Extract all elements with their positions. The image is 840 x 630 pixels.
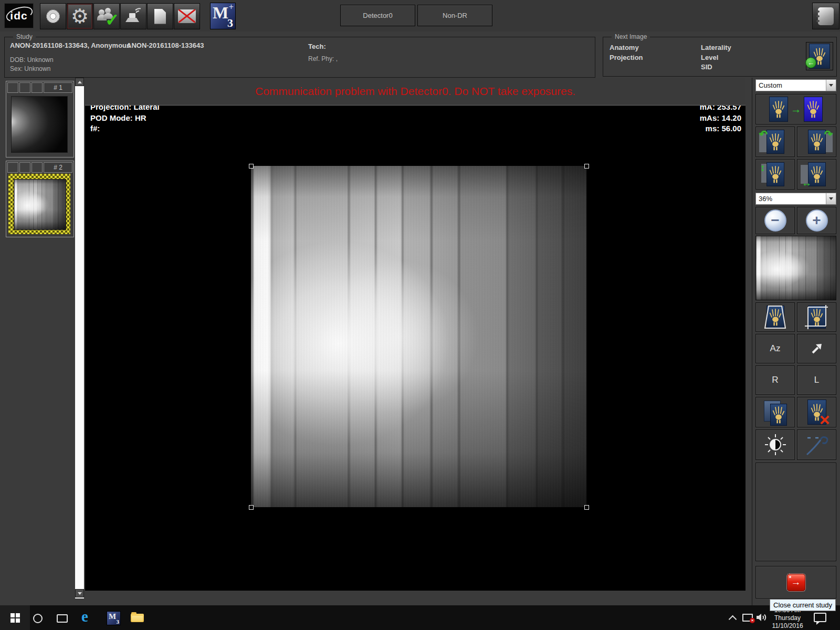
sid-label: SID <box>701 63 712 71</box>
arrow-right-icon: → <box>791 104 801 114</box>
disc-icon <box>45 8 61 24</box>
invert-lut-button[interactable]: → <box>755 94 836 124</box>
m3-plus: + <box>229 3 234 12</box>
resize-handle-tl[interactable] <box>249 164 254 169</box>
volume-icon[interactable] <box>756 612 768 625</box>
marker-r-button[interactable]: R <box>755 365 795 395</box>
m3-taskbar-button[interactable] <box>107 611 121 625</box>
cortana-button[interactable] <box>33 614 43 623</box>
flip-vertical-button[interactable]: ↕ <box>755 159 795 190</box>
scroll-down-button[interactable] <box>75 589 84 597</box>
thumbnail-header-2: # 2 <box>6 161 74 173</box>
idc-logo-text: idc <box>10 9 27 22</box>
action-center-button[interactable] <box>814 613 826 622</box>
next-image-button[interactable] <box>806 42 833 70</box>
patient-name: ANON-20161108-133643, Anonymous <box>10 41 130 49</box>
preset-dropdown[interactable]: Custom <box>755 79 836 91</box>
thumbnail-scrollbar[interactable] <box>75 78 84 598</box>
file-explorer-button[interactable] <box>131 614 144 622</box>
worklist-verify-button[interactable]: ✓ <box>93 3 120 29</box>
close-study-button[interactable]: → <box>787 574 805 591</box>
thumbnail-cell-2[interactable]: # 2 <box>6 161 74 237</box>
previous-arrow-icon <box>805 57 816 68</box>
record-button[interactable] <box>40 3 66 29</box>
document-button[interactable] <box>147 3 173 29</box>
hand-inverted-icon <box>804 97 823 122</box>
thumb-flag-box <box>7 162 18 173</box>
thumbnail-panel: # 1 # 2 <box>4 78 75 598</box>
next-image-groupbox: Next Image Anatomy Projection Laterality… <box>603 37 837 77</box>
minus-icon: − <box>764 209 786 232</box>
ref-phy-label: Ref. Phy: , <box>308 55 338 62</box>
resize-handle-bl[interactable] <box>249 505 254 510</box>
reject-image-button[interactable] <box>174 3 200 29</box>
m3-three: 3 <box>227 16 233 29</box>
overlay-fnum: f#: <box>90 123 160 134</box>
overlay-right: mA: 253.57 mAs: 14.20 ms: 56.00 <box>700 102 741 134</box>
network-icon[interactable] <box>742 614 753 622</box>
laterality-label: Laterality <box>701 44 731 51</box>
hand-xray-icon <box>766 130 784 154</box>
duplicate-image-button[interactable] <box>755 397 795 427</box>
zoom-dropdown[interactable]: 36% <box>755 193 836 205</box>
brightness-contrast-button[interactable] <box>755 429 795 460</box>
close-study-group: → <box>755 566 836 598</box>
zoom-out-button[interactable]: − <box>755 207 795 234</box>
network-error-badge <box>750 618 755 623</box>
duplicate-icon <box>763 400 788 425</box>
resize-handle-br[interactable] <box>584 505 589 510</box>
resize-handle-tr[interactable] <box>584 164 589 169</box>
thumbnail-image-2[interactable] <box>14 179 66 230</box>
next-image-group-label: Next Image <box>612 33 650 40</box>
dropdown-arrow-icon[interactable] <box>826 193 836 204</box>
rotate-left-arrow-icon: ↶ <box>759 129 768 139</box>
navigator-thumbnail[interactable] <box>755 236 836 300</box>
start-button[interactable] <box>0 605 30 630</box>
dropdown-arrow-icon[interactable] <box>826 80 836 91</box>
study-group-label: Study <box>13 33 36 40</box>
brightness-contrast-icon <box>764 433 787 456</box>
xray-image[interactable] <box>251 166 586 507</box>
hand-xray-icon <box>808 130 826 154</box>
detector0-button[interactable]: Detector0 <box>340 5 415 26</box>
m3-logo[interactable]: M + 3 <box>210 3 236 29</box>
task-view-button[interactable] <box>57 614 68 623</box>
overlay-pod-mode: POD Mode: HR <box>90 113 160 124</box>
az-button[interactable]: Az <box>755 334 795 363</box>
edge-button[interactable] <box>81 608 88 625</box>
marker-l-button[interactable]: L <box>797 365 836 395</box>
pointer-button[interactable] <box>797 334 836 363</box>
marker-r-label: R <box>772 375 778 385</box>
overlay-left: Projection: Lateral POD Mode: HR f#: <box>90 102 160 134</box>
non-dr-button[interactable]: Non-DR <box>417 5 492 26</box>
zoom-in-button[interactable]: + <box>797 207 836 234</box>
image-viewport[interactable]: Communication problem with Detector0. Do… <box>85 78 746 591</box>
transmit-button[interactable] <box>120 3 146 29</box>
shutter-rect-button[interactable] <box>797 302 836 332</box>
rotate-left-button[interactable]: ↶ <box>755 127 795 157</box>
shutter-polygon-button[interactable] <box>755 302 795 332</box>
thumb-flag-box <box>32 82 43 93</box>
notebook-icon <box>818 7 834 25</box>
pointer-arrow-icon <box>810 342 824 355</box>
stitch-button[interactable] <box>797 429 836 460</box>
right-sidebar: Custom → ↶ ↷ ↕ ↔ 36% <box>752 78 840 605</box>
thumbnail-image-1[interactable] <box>11 96 68 153</box>
scroll-up-button[interactable] <box>75 78 84 86</box>
thumb-flag-box <box>32 162 43 173</box>
settings-button[interactable] <box>67 3 93 29</box>
study-groupbox: Study ANON-20161108-133643, Anonymous AN… <box>4 37 595 78</box>
hand-xray-icon <box>769 97 788 122</box>
flip-vertical-arrow-icon: ↕ <box>760 163 765 173</box>
rotate-right-button[interactable]: ↷ <box>797 127 836 157</box>
notebook-button[interactable] <box>812 3 839 29</box>
az-label: Az <box>770 343 781 354</box>
overlay-mas: mAs: 14.20 <box>700 113 741 124</box>
thumbnail-label-2: # 2 <box>44 162 72 173</box>
selection-border <box>8 174 70 234</box>
thumbnail-cell-1[interactable]: # 1 <box>6 81 74 158</box>
projection-label: Projection <box>610 54 643 61</box>
gear-icon <box>71 6 89 26</box>
flip-horizontal-button[interactable]: ↔ <box>797 159 836 190</box>
delete-image-button[interactable]: × <box>797 397 836 427</box>
